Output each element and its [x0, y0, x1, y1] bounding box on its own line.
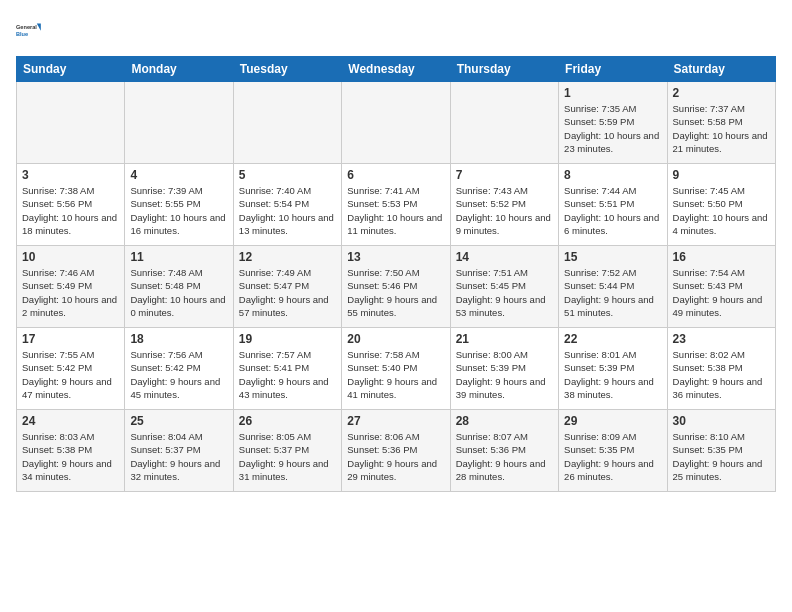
day-number: 26: [239, 414, 336, 428]
calendar-cell: 20Sunrise: 7:58 AM Sunset: 5:40 PM Dayli…: [342, 328, 450, 410]
day-number: 8: [564, 168, 661, 182]
calendar-cell: 28Sunrise: 8:07 AM Sunset: 5:36 PM Dayli…: [450, 410, 558, 492]
calendar-cell: 15Sunrise: 7:52 AM Sunset: 5:44 PM Dayli…: [559, 246, 667, 328]
day-number: 10: [22, 250, 119, 264]
calendar-header-row: SundayMondayTuesdayWednesdayThursdayFrid…: [17, 57, 776, 82]
day-info: Sunrise: 7:39 AM Sunset: 5:55 PM Dayligh…: [130, 184, 227, 237]
svg-text:General: General: [16, 24, 37, 30]
calendar-cell: 10Sunrise: 7:46 AM Sunset: 5:49 PM Dayli…: [17, 246, 125, 328]
calendar-cell: 29Sunrise: 8:09 AM Sunset: 5:35 PM Dayli…: [559, 410, 667, 492]
calendar-cell: 1Sunrise: 7:35 AM Sunset: 5:59 PM Daylig…: [559, 82, 667, 164]
day-info: Sunrise: 7:48 AM Sunset: 5:48 PM Dayligh…: [130, 266, 227, 319]
calendar-cell: 3Sunrise: 7:38 AM Sunset: 5:56 PM Daylig…: [17, 164, 125, 246]
header-friday: Friday: [559, 57, 667, 82]
day-info: Sunrise: 7:51 AM Sunset: 5:45 PM Dayligh…: [456, 266, 553, 319]
logo-icon: GeneralBlue: [16, 16, 44, 44]
calendar-cell: 19Sunrise: 7:57 AM Sunset: 5:41 PM Dayli…: [233, 328, 341, 410]
day-info: Sunrise: 8:07 AM Sunset: 5:36 PM Dayligh…: [456, 430, 553, 483]
calendar-cell: 30Sunrise: 8:10 AM Sunset: 5:35 PM Dayli…: [667, 410, 775, 492]
calendar-cell: 25Sunrise: 8:04 AM Sunset: 5:37 PM Dayli…: [125, 410, 233, 492]
calendar-cell: 18Sunrise: 7:56 AM Sunset: 5:42 PM Dayli…: [125, 328, 233, 410]
calendar-cell: [342, 82, 450, 164]
day-number: 5: [239, 168, 336, 182]
calendar-cell: 13Sunrise: 7:50 AM Sunset: 5:46 PM Dayli…: [342, 246, 450, 328]
day-number: 7: [456, 168, 553, 182]
day-number: 24: [22, 414, 119, 428]
calendar-week-1: 1Sunrise: 7:35 AM Sunset: 5:59 PM Daylig…: [17, 82, 776, 164]
calendar-cell: 26Sunrise: 8:05 AM Sunset: 5:37 PM Dayli…: [233, 410, 341, 492]
calendar-cell: 2Sunrise: 7:37 AM Sunset: 5:58 PM Daylig…: [667, 82, 775, 164]
day-info: Sunrise: 8:04 AM Sunset: 5:37 PM Dayligh…: [130, 430, 227, 483]
day-info: Sunrise: 8:06 AM Sunset: 5:36 PM Dayligh…: [347, 430, 444, 483]
day-number: 18: [130, 332, 227, 346]
calendar-table: SundayMondayTuesdayWednesdayThursdayFrid…: [16, 56, 776, 492]
day-info: Sunrise: 7:49 AM Sunset: 5:47 PM Dayligh…: [239, 266, 336, 319]
header-wednesday: Wednesday: [342, 57, 450, 82]
day-number: 2: [673, 86, 770, 100]
calendar-cell: 14Sunrise: 7:51 AM Sunset: 5:45 PM Dayli…: [450, 246, 558, 328]
day-number: 29: [564, 414, 661, 428]
day-info: Sunrise: 7:50 AM Sunset: 5:46 PM Dayligh…: [347, 266, 444, 319]
calendar-cell: 16Sunrise: 7:54 AM Sunset: 5:43 PM Dayli…: [667, 246, 775, 328]
day-info: Sunrise: 7:57 AM Sunset: 5:41 PM Dayligh…: [239, 348, 336, 401]
day-info: Sunrise: 7:38 AM Sunset: 5:56 PM Dayligh…: [22, 184, 119, 237]
day-number: 3: [22, 168, 119, 182]
day-number: 13: [347, 250, 444, 264]
day-info: Sunrise: 8:10 AM Sunset: 5:35 PM Dayligh…: [673, 430, 770, 483]
day-number: 23: [673, 332, 770, 346]
calendar-week-4: 17Sunrise: 7:55 AM Sunset: 5:42 PM Dayli…: [17, 328, 776, 410]
day-number: 1: [564, 86, 661, 100]
header-saturday: Saturday: [667, 57, 775, 82]
day-number: 25: [130, 414, 227, 428]
calendar-cell: 8Sunrise: 7:44 AM Sunset: 5:51 PM Daylig…: [559, 164, 667, 246]
svg-text:Blue: Blue: [16, 31, 28, 37]
day-info: Sunrise: 8:09 AM Sunset: 5:35 PM Dayligh…: [564, 430, 661, 483]
calendar-cell: [125, 82, 233, 164]
day-number: 14: [456, 250, 553, 264]
day-number: 27: [347, 414, 444, 428]
header-monday: Monday: [125, 57, 233, 82]
calendar-cell: [17, 82, 125, 164]
calendar-cell: 22Sunrise: 8:01 AM Sunset: 5:39 PM Dayli…: [559, 328, 667, 410]
day-number: 28: [456, 414, 553, 428]
header-thursday: Thursday: [450, 57, 558, 82]
day-number: 20: [347, 332, 444, 346]
calendar-cell: 21Sunrise: 8:00 AM Sunset: 5:39 PM Dayli…: [450, 328, 558, 410]
day-number: 11: [130, 250, 227, 264]
day-info: Sunrise: 7:40 AM Sunset: 5:54 PM Dayligh…: [239, 184, 336, 237]
calendar-cell: 11Sunrise: 7:48 AM Sunset: 5:48 PM Dayli…: [125, 246, 233, 328]
day-info: Sunrise: 7:43 AM Sunset: 5:52 PM Dayligh…: [456, 184, 553, 237]
day-info: Sunrise: 8:01 AM Sunset: 5:39 PM Dayligh…: [564, 348, 661, 401]
calendar-cell: 12Sunrise: 7:49 AM Sunset: 5:47 PM Dayli…: [233, 246, 341, 328]
header-sunday: Sunday: [17, 57, 125, 82]
day-number: 22: [564, 332, 661, 346]
day-number: 17: [22, 332, 119, 346]
calendar-cell: 9Sunrise: 7:45 AM Sunset: 5:50 PM Daylig…: [667, 164, 775, 246]
calendar-week-2: 3Sunrise: 7:38 AM Sunset: 5:56 PM Daylig…: [17, 164, 776, 246]
svg-marker-2: [37, 24, 41, 31]
day-info: Sunrise: 7:37 AM Sunset: 5:58 PM Dayligh…: [673, 102, 770, 155]
day-info: Sunrise: 7:41 AM Sunset: 5:53 PM Dayligh…: [347, 184, 444, 237]
day-number: 15: [564, 250, 661, 264]
day-info: Sunrise: 7:52 AM Sunset: 5:44 PM Dayligh…: [564, 266, 661, 319]
calendar-cell: 23Sunrise: 8:02 AM Sunset: 5:38 PM Dayli…: [667, 328, 775, 410]
day-info: Sunrise: 7:54 AM Sunset: 5:43 PM Dayligh…: [673, 266, 770, 319]
calendar-cell: 4Sunrise: 7:39 AM Sunset: 5:55 PM Daylig…: [125, 164, 233, 246]
day-info: Sunrise: 7:56 AM Sunset: 5:42 PM Dayligh…: [130, 348, 227, 401]
calendar-cell: 6Sunrise: 7:41 AM Sunset: 5:53 PM Daylig…: [342, 164, 450, 246]
day-info: Sunrise: 8:00 AM Sunset: 5:39 PM Dayligh…: [456, 348, 553, 401]
day-number: 19: [239, 332, 336, 346]
day-number: 6: [347, 168, 444, 182]
day-info: Sunrise: 7:46 AM Sunset: 5:49 PM Dayligh…: [22, 266, 119, 319]
calendar-cell: 17Sunrise: 7:55 AM Sunset: 5:42 PM Dayli…: [17, 328, 125, 410]
day-number: 16: [673, 250, 770, 264]
calendar-cell: 7Sunrise: 7:43 AM Sunset: 5:52 PM Daylig…: [450, 164, 558, 246]
day-number: 4: [130, 168, 227, 182]
day-info: Sunrise: 8:05 AM Sunset: 5:37 PM Dayligh…: [239, 430, 336, 483]
day-number: 9: [673, 168, 770, 182]
day-info: Sunrise: 8:02 AM Sunset: 5:38 PM Dayligh…: [673, 348, 770, 401]
calendar-cell: 5Sunrise: 7:40 AM Sunset: 5:54 PM Daylig…: [233, 164, 341, 246]
day-info: Sunrise: 8:03 AM Sunset: 5:38 PM Dayligh…: [22, 430, 119, 483]
day-number: 12: [239, 250, 336, 264]
calendar-cell: [450, 82, 558, 164]
